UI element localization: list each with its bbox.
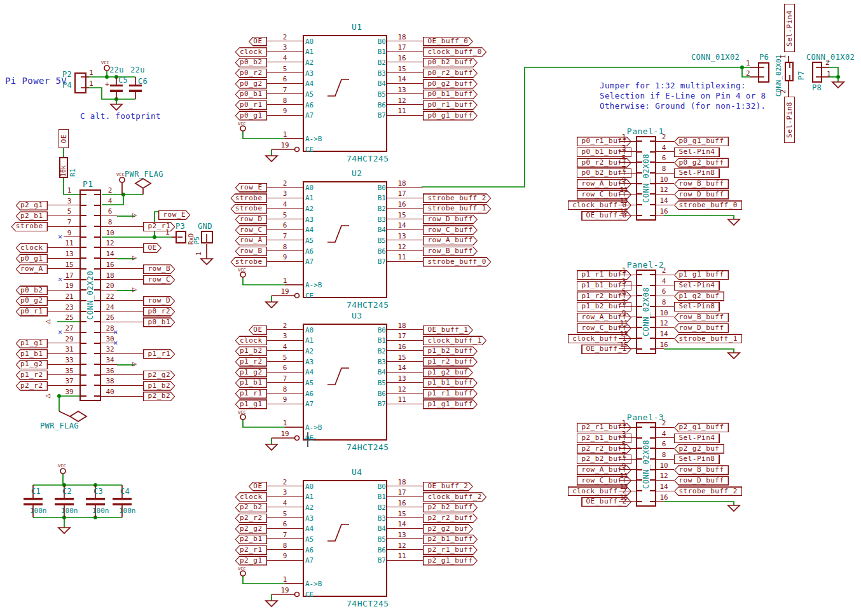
net-label[interactable]: p0_g1_buff: [423, 111, 478, 120]
net-label[interactable]: p2_r2: [235, 514, 267, 523]
net-label[interactable]: strobe_buff_1: [674, 334, 742, 343]
net-label[interactable]: p1_b1_buff: [423, 378, 478, 388]
capacitor-ref[interactable]: C2: [62, 487, 72, 496]
ic-value[interactable]: 74HCT245: [347, 599, 389, 608]
net-label[interactable]: p0_r1: [16, 307, 48, 317]
capacitor-value[interactable]: 100n: [30, 507, 47, 515]
connector-ref-p7[interactable]: P7: [797, 65, 806, 80]
net-label[interactable]: p1_g1: [16, 339, 48, 348]
net-label[interactable]: p2_r1: [143, 222, 175, 231]
connector-ref-p8[interactable]: P8: [812, 83, 822, 92]
net-label[interactable]: p1_r2: [16, 371, 48, 380]
net-label[interactable]: row_D_buff: [674, 323, 729, 332]
resistor-ref[interactable]: R1: [69, 159, 77, 177]
note-jumper[interactable]: Jumper for 1:32 multiplexing: Selection …: [600, 81, 766, 111]
net-label[interactable]: p0_r2: [143, 307, 175, 317]
net-label[interactable]: Sel-Pin8: [674, 455, 720, 464]
net-label[interactable]: clock_buff_0: [423, 47, 486, 57]
capacitor-value-c5[interactable]: 22u: [109, 65, 124, 74]
connector-value-p8[interactable]: CONN_01X02: [806, 53, 855, 62]
ic-u4-74hct245[interactable]: U4 OE 2 A0 B0 18 OE_buff_2 clock 3: [235, 480, 477, 613]
connector-value-p6[interactable]: CONN_01X02: [691, 53, 740, 62]
net-label[interactable]: row_A_buff: [423, 236, 478, 245]
net-label[interactable]: Sel-Pin4: [674, 434, 720, 443]
net-label[interactable]: p0_b2: [235, 58, 267, 67]
capacitor-value[interactable]: 100n: [61, 507, 78, 515]
net-label[interactable]: clock_buff_2: [423, 492, 486, 502]
net-label[interactable]: p1_g1: [235, 399, 267, 409]
ic-u1-74hct245[interactable]: U1 OE 2 A0 B0 18 OE_buff_0 clock 3: [235, 35, 477, 168]
net-label[interactable]: p2_b2_buff: [423, 503, 478, 512]
net-label[interactable]: p0_b1: [143, 317, 175, 327]
net-label[interactable]: p0_g1: [235, 111, 267, 120]
net-label[interactable]: p0_r2_buff: [423, 69, 478, 78]
net-label[interactable]: OE: [143, 243, 162, 252]
net-label[interactable]: p1_r2_buff: [423, 357, 478, 367]
pwr-flag-label[interactable]: PWR_FLAG: [125, 170, 163, 179]
connector-panel-1[interactable]: Panel-1 CONN_02X08 p0_r1_buff 1 2 p0_g1_…: [560, 124, 757, 242]
net-label[interactable]: p1_b2: [235, 346, 267, 356]
net-label[interactable]: row_B: [143, 264, 175, 274]
net-label[interactable]: p2_r2: [16, 381, 48, 390]
connector-panel-2[interactable]: Panel-2 CONN_02X08 p1_r1_buff 1 2 p1_g1_…: [560, 257, 757, 375]
connector-ref-p3[interactable]: P3: [176, 222, 185, 231]
net-label[interactable]: p2_r1: [235, 545, 267, 555]
net-label[interactable]: row_C: [143, 275, 175, 285]
connector-ref-p1[interactable]: P1: [83, 179, 93, 189]
net-label[interactable]: OE: [249, 37, 267, 46]
net-label[interactable]: p1_r1: [143, 349, 175, 359]
net-label[interactable]: strobe_buff_0: [423, 257, 491, 266]
connector-p8-body[interactable]: [812, 62, 822, 83]
net-label[interactable]: OE: [249, 482, 267, 491]
net-label[interactable]: p2_g1_buff: [674, 423, 729, 432]
net-label[interactable]: row_A: [235, 236, 267, 245]
net-label[interactable]: p0_r2: [235, 69, 267, 78]
net-label[interactable]: p2_r2_buff: [423, 514, 478, 523]
connector-p6-body[interactable]: [758, 62, 769, 83]
net-label[interactable]: OE: [249, 325, 267, 335]
net-label[interactable]: p1_b1: [16, 349, 48, 359]
net-label[interactable]: p2_r1_buff: [423, 545, 478, 555]
ic-u2-74hct245[interactable]: U2 row_E 2 A0 B0 18 strobe 3: [235, 181, 477, 315]
net-label[interactable]: p0_g2_buff: [674, 158, 729, 167]
capacitor-ref-c5[interactable]: C5: [118, 76, 128, 85]
net-label[interactable]: p1_g2: [16, 360, 48, 369]
capacitor-ref-c6[interactable]: C6: [138, 77, 148, 86]
net-label[interactable]: p2_g1_buff: [423, 556, 478, 565]
capacitor-ref[interactable]: C4: [120, 487, 130, 496]
ic-ref[interactable]: U2: [352, 168, 362, 178]
note-pi-power[interactable]: Pi Power 5V: [5, 76, 67, 86]
net-label[interactable]: row_C_buff: [423, 225, 478, 235]
net-label[interactable]: strobe_buff_0: [674, 200, 742, 210]
net-label[interactable]: row_D_buff: [674, 476, 729, 485]
net-label[interactable]: p1_g2_buf: [674, 291, 724, 301]
ic-value[interactable]: 74HCT245: [347, 442, 389, 452]
net-label-row-e[interactable]: row_E: [158, 207, 190, 220]
net-label[interactable]: p1_b2_buff: [423, 346, 478, 356]
net-label[interactable]: p2_b2: [143, 392, 175, 401]
connector-p3-body[interactable]: [176, 231, 186, 243]
net-label[interactable]: Sel-Pin4: [674, 281, 720, 291]
capacitor-ref[interactable]: C3: [93, 487, 103, 496]
net-label[interactable]: p2_g2: [235, 524, 267, 533]
connector-p7-body[interactable]: [785, 62, 794, 81]
net-label-oe-vertical[interactable]: OE: [59, 129, 69, 148]
kicad-schematic-canvas[interactable]: Pi Power 5V C alt. footprint Jumper for …: [0, 0, 861, 616]
net-label[interactable]: strobe_buff_2: [674, 486, 742, 496]
net-label[interactable]: p0_g2: [16, 296, 48, 306]
net-label[interactable]: clock: [16, 243, 48, 252]
net-label[interactable]: p1_g2_buf: [423, 367, 473, 377]
net-label[interactable]: row_D: [235, 215, 267, 224]
net-label[interactable]: clock: [235, 47, 267, 57]
ic-u3-74hct245[interactable]: U3 OE 2 A0 B0 18 OE_buff_1 clock 3: [235, 324, 477, 457]
net-label[interactable]: strobe: [230, 257, 267, 266]
net-label[interactable]: p2_g1: [16, 201, 48, 210]
connector-ref-p6[interactable]: P6: [759, 53, 769, 62]
capacitor-value-c6[interactable]: 22u: [130, 65, 145, 74]
net-label[interactable]: Sel-Pin4: [674, 147, 720, 157]
net-label[interactable]: p0_b1_buff: [423, 90, 478, 99]
net-label[interactable]: p2_g1: [235, 556, 267, 565]
net-label[interactable]: p1_r1: [235, 389, 267, 399]
capacitor-value[interactable]: 100n: [119, 507, 136, 515]
net-label[interactable]: strobe: [11, 222, 48, 231]
